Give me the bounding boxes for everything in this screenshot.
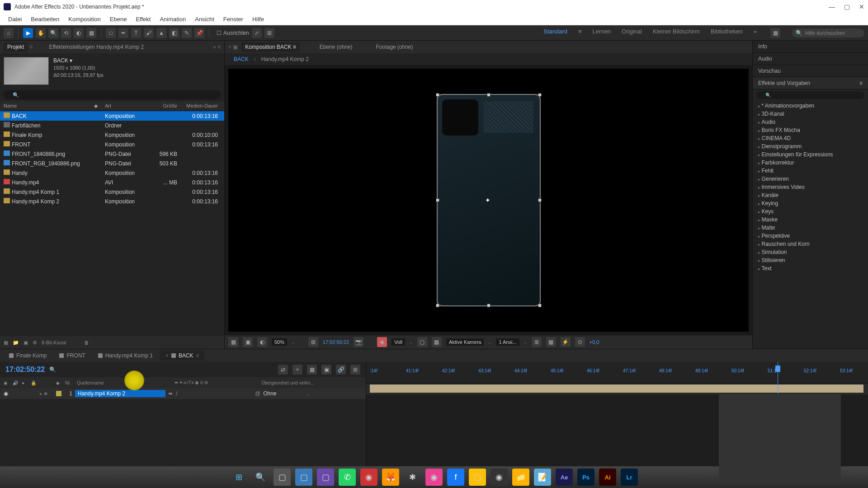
app4-icon[interactable]: ▢ <box>469 469 486 486</box>
col-sourcename[interactable]: Quellenname <box>77 380 172 385</box>
project-row[interactable]: Finale KompKomposition0:00:10:00 <box>0 130 224 140</box>
whatsapp-icon[interactable]: ✆ <box>339 469 356 486</box>
app3-icon[interactable]: ✱ <box>404 469 421 486</box>
new-comp-icon[interactable]: ▣ <box>24 340 28 346</box>
pixel-icon[interactable]: ▦ <box>546 337 556 347</box>
hand-tool[interactable]: ✋ <box>36 28 46 38</box>
effects-category[interactable]: Dienstprogramm <box>753 142 868 150</box>
snap-tool[interactable]: ⤢ <box>252 28 262 38</box>
project-row[interactable]: Handy.mp4 Komp 2Komposition0:00:13:16 <box>0 197 224 206</box>
effects-category[interactable]: Maske <box>753 216 868 224</box>
snapshot-icon[interactable]: 📷 <box>354 337 363 347</box>
home-button[interactable]: ⌂ <box>4 28 14 38</box>
effects-category[interactable]: Fehlt <box>753 167 868 175</box>
tl-tool6[interactable]: ⊞ <box>350 365 360 375</box>
parent-pickwhip-icon[interactable]: @ <box>255 390 260 397</box>
parent-select[interactable]: Ohne <box>263 390 304 397</box>
taskbar-search-icon[interactable]: 🔍 <box>252 469 269 486</box>
bpc-icon[interactable]: ⚙ <box>33 340 37 346</box>
effects-category[interactable]: Rauschen und Korn <box>753 240 868 248</box>
rect-tool[interactable]: □ <box>106 28 116 38</box>
view-select[interactable]: 1 Ansi... <box>496 338 519 346</box>
photoshop-icon[interactable]: Ps <box>577 469 594 486</box>
timeline-tab[interactable]: Handy.mp4 Komp 1 <box>93 351 158 361</box>
viewer-timecode[interactable]: 17:02:50:22 <box>323 339 349 345</box>
text-tool[interactable]: T <box>131 28 141 38</box>
close-button[interactable]: ✕ <box>859 3 864 10</box>
workspace-bibliotheken[interactable]: Bibliotheken <box>711 28 743 38</box>
project-row[interactable]: FarbflächenOrdner <box>0 121 224 130</box>
res-select[interactable]: Voll <box>392 338 405 346</box>
fast-icon[interactable]: ⚡ <box>561 337 571 347</box>
minimize-button[interactable]: — <box>829 3 835 10</box>
maximize-button[interactable]: ▢ <box>844 3 850 10</box>
timeline-layer-row[interactable]: ◉ ▸ ■ 1 Handy.mp4 Komp 2 ⬌ / @ Ohne ⌵ <box>0 388 366 399</box>
menu-animation[interactable]: Animation <box>155 16 190 23</box>
trash-icon[interactable]: 🗑 <box>84 340 89 345</box>
menu-ebene[interactable]: Ebene <box>105 16 132 23</box>
pen-tool[interactable]: ✒ <box>118 28 128 38</box>
effects-category[interactable]: Keying <box>753 199 868 207</box>
workspace-klein[interactable]: Kleiner Bildschirm <box>653 28 700 38</box>
effects-category[interactable]: Stilisieren <box>753 256 868 264</box>
obs-icon[interactable]: ◉ <box>491 469 508 486</box>
orbit-tool[interactable]: ⟲ <box>61 28 71 38</box>
composition-viewer[interactable]: ✦ <box>228 69 749 332</box>
tl-tool2[interactable]: ✧ <box>292 365 302 375</box>
windows-start-icon[interactable]: ⊞ <box>230 469 247 486</box>
grid-icon[interactable]: ▦ <box>228 337 238 347</box>
effects-category[interactable]: Boris FX Mocha <box>753 126 868 134</box>
effects-category[interactable]: Immersives Video <box>753 183 868 191</box>
effects-category[interactable]: Kanäle <box>753 191 868 199</box>
effects-category[interactable]: CINEMA 4D <box>753 134 868 142</box>
roto-tool[interactable]: ✎ <box>182 28 192 38</box>
panel-info[interactable]: Info <box>753 41 868 53</box>
camera-tool[interactable]: ▦ <box>86 28 96 38</box>
guides-icon[interactable]: ⊞ <box>532 337 542 347</box>
project-row[interactable]: FRONT_1840886.pngPNG-Datei596 KB <box>0 149 224 159</box>
menu-hilfe[interactable]: Hilfe <box>248 16 269 23</box>
workspace-panel-icon[interactable]: ▦ <box>770 28 780 38</box>
project-row[interactable]: Handy.mp4AVI... MB0:00:13:16 <box>0 178 224 187</box>
project-row[interactable]: FRONT_RGB_1840886.pngPNG-Datei503 KB <box>0 159 224 168</box>
transparency-icon[interactable]: ▦ <box>432 337 442 347</box>
align-checkbox[interactable]: ☐Ausrichten <box>217 30 249 36</box>
menu-komposition[interactable]: Komposition <box>64 16 105 23</box>
roi-icon[interactable]: ▢ <box>417 337 427 347</box>
panel-audio[interactable]: Audio <box>753 53 868 65</box>
handle-tr[interactable] <box>538 93 542 97</box>
handle-bl[interactable] <box>436 304 439 307</box>
timeline-tab[interactable]: FRONT <box>54 351 90 361</box>
app1-icon[interactable]: ▢ <box>317 469 334 486</box>
lightroom-icon[interactable]: Lr <box>621 469 638 486</box>
messenger-icon[interactable]: ◉ <box>425 469 443 486</box>
effects-category[interactable]: Audio <box>753 118 868 126</box>
exposure[interactable]: +0,0 <box>590 339 599 345</box>
app2-icon[interactable]: ◉ <box>360 469 377 486</box>
tl-tool3[interactable]: ▦ <box>307 365 317 375</box>
interpret-icon[interactable]: ▦ <box>4 340 8 346</box>
tab-projekt[interactable]: Projekt <box>4 42 28 52</box>
eraser-tool[interactable]: ◧ <box>169 28 179 38</box>
tl-tool4[interactable]: ▣ <box>321 365 331 375</box>
layer-name[interactable]: Handy.mp4 Komp 2 <box>75 390 165 397</box>
stamp-tool[interactable]: ▲ <box>156 28 166 38</box>
breadcrumb-back[interactable]: BACK <box>234 56 249 62</box>
handle-br[interactable] <box>538 304 542 307</box>
effects-search-input[interactable] <box>756 91 864 99</box>
col-name[interactable]: Name <box>4 103 94 109</box>
effects-category[interactable]: Generieren <box>753 175 868 183</box>
workspace-standard[interactable]: Standard <box>543 28 567 38</box>
effects-category[interactable]: Text <box>753 264 868 272</box>
timeline-timecode[interactable]: 17:02:50:22 <box>5 366 45 374</box>
folder-icon[interactable]: 📁 <box>512 469 529 486</box>
help-search[interactable]: 🔍 Hilfe durchsuchen <box>792 28 864 38</box>
effects-category[interactable]: Farbkorrektur <box>753 159 868 167</box>
project-row[interactable]: HandyKomposition0:00:13:16 <box>0 168 224 178</box>
tl-tool1[interactable]: ⇄ <box>278 365 288 375</box>
project-row[interactable]: Handy.mp4 Komp 1Komposition0:00:13:16 <box>0 187 224 197</box>
timeline-tab[interactable]: Finale Komp <box>4 351 52 361</box>
selection-tool[interactable]: ▶ <box>23 28 33 38</box>
timeline-track[interactable] <box>366 384 868 394</box>
zoom-tool[interactable]: 🔍 <box>48 28 58 38</box>
